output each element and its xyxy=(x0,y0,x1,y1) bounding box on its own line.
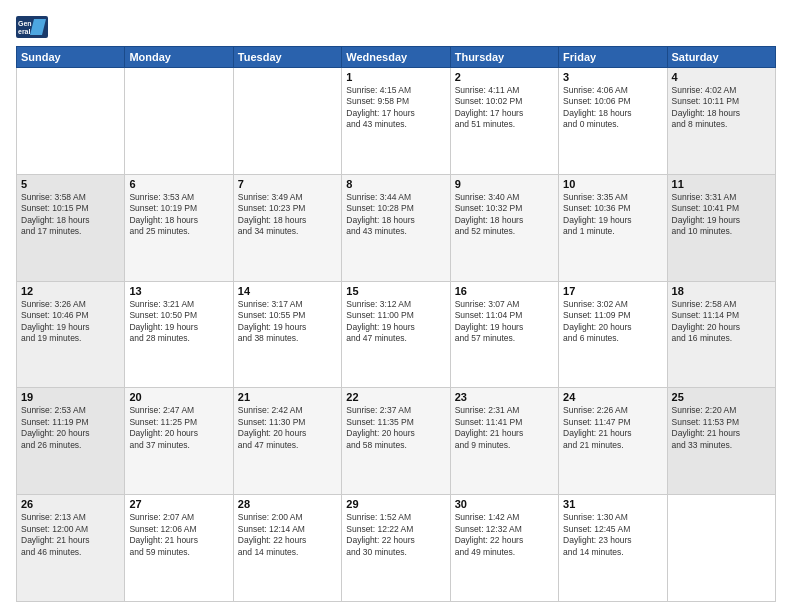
day-info: Sunrise: 4:06 AMSunset: 10:06 PMDaylight… xyxy=(563,85,662,131)
day-number: 22 xyxy=(346,391,445,403)
day-info: Sunrise: 2:31 AMSunset: 11:41 PMDaylight… xyxy=(455,405,554,451)
day-cell: 25Sunrise: 2:20 AMSunset: 11:53 PMDaylig… xyxy=(667,388,775,495)
day-number: 31 xyxy=(563,498,662,510)
calendar-table: SundayMondayTuesdayWednesdayThursdayFrid… xyxy=(16,46,776,602)
day-info: Sunrise: 4:02 AMSunset: 10:11 PMDaylight… xyxy=(672,85,771,131)
day-info: Sunrise: 2:53 AMSunset: 11:19 PMDaylight… xyxy=(21,405,120,451)
week-row-5: 26Sunrise: 2:13 AMSunset: 12:00 AMDaylig… xyxy=(17,495,776,602)
week-row-1: 1Sunrise: 4:15 AMSunset: 9:58 PMDaylight… xyxy=(17,68,776,175)
day-cell: 18Sunrise: 2:58 AMSunset: 11:14 PMDaylig… xyxy=(667,281,775,388)
weekday-header-row: SundayMondayTuesdayWednesdayThursdayFrid… xyxy=(17,47,776,68)
day-info: Sunrise: 2:42 AMSunset: 11:30 PMDaylight… xyxy=(238,405,337,451)
day-number: 21 xyxy=(238,391,337,403)
weekday-sunday: Sunday xyxy=(17,47,125,68)
day-number: 15 xyxy=(346,285,445,297)
day-number: 17 xyxy=(563,285,662,297)
day-info: Sunrise: 2:13 AMSunset: 12:00 AMDaylight… xyxy=(21,512,120,558)
weekday-saturday: Saturday xyxy=(667,47,775,68)
day-cell: 26Sunrise: 2:13 AMSunset: 12:00 AMDaylig… xyxy=(17,495,125,602)
day-cell: 20Sunrise: 2:47 AMSunset: 11:25 PMDaylig… xyxy=(125,388,233,495)
day-number: 18 xyxy=(672,285,771,297)
weekday-wednesday: Wednesday xyxy=(342,47,450,68)
svg-text:eral: eral xyxy=(18,28,31,35)
day-cell: 28Sunrise: 2:00 AMSunset: 12:14 AMDaylig… xyxy=(233,495,341,602)
day-number: 24 xyxy=(563,391,662,403)
day-number: 11 xyxy=(672,178,771,190)
day-info: Sunrise: 2:47 AMSunset: 11:25 PMDaylight… xyxy=(129,405,228,451)
day-cell: 30Sunrise: 1:42 AMSunset: 12:32 AMDaylig… xyxy=(450,495,558,602)
day-cell: 14Sunrise: 3:17 AMSunset: 10:55 PMDaylig… xyxy=(233,281,341,388)
day-cell: 3Sunrise: 4:06 AMSunset: 10:06 PMDayligh… xyxy=(559,68,667,175)
day-info: Sunrise: 3:26 AMSunset: 10:46 PMDaylight… xyxy=(21,299,120,345)
day-info: Sunrise: 2:00 AMSunset: 12:14 AMDaylight… xyxy=(238,512,337,558)
day-cell: 13Sunrise: 3:21 AMSunset: 10:50 PMDaylig… xyxy=(125,281,233,388)
day-cell: 12Sunrise: 3:26 AMSunset: 10:46 PMDaylig… xyxy=(17,281,125,388)
day-info: Sunrise: 1:52 AMSunset: 12:22 AMDaylight… xyxy=(346,512,445,558)
day-cell: 27Sunrise: 2:07 AMSunset: 12:06 AMDaylig… xyxy=(125,495,233,602)
day-number: 14 xyxy=(238,285,337,297)
day-info: Sunrise: 3:58 AMSunset: 10:15 PMDaylight… xyxy=(21,192,120,238)
day-info: Sunrise: 1:42 AMSunset: 12:32 AMDaylight… xyxy=(455,512,554,558)
day-cell: 29Sunrise: 1:52 AMSunset: 12:22 AMDaylig… xyxy=(342,495,450,602)
day-number: 8 xyxy=(346,178,445,190)
day-info: Sunrise: 3:12 AMSunset: 11:00 PMDaylight… xyxy=(346,299,445,345)
day-cell: 23Sunrise: 2:31 AMSunset: 11:41 PMDaylig… xyxy=(450,388,558,495)
day-cell: 15Sunrise: 3:12 AMSunset: 11:00 PMDaylig… xyxy=(342,281,450,388)
day-number: 30 xyxy=(455,498,554,510)
day-cell: 8Sunrise: 3:44 AMSunset: 10:28 PMDayligh… xyxy=(342,174,450,281)
day-cell: 19Sunrise: 2:53 AMSunset: 11:19 PMDaylig… xyxy=(17,388,125,495)
day-cell: 1Sunrise: 4:15 AMSunset: 9:58 PMDaylight… xyxy=(342,68,450,175)
day-info: Sunrise: 2:07 AMSunset: 12:06 AMDaylight… xyxy=(129,512,228,558)
day-info: Sunrise: 3:44 AMSunset: 10:28 PMDaylight… xyxy=(346,192,445,238)
day-info: Sunrise: 3:31 AMSunset: 10:41 PMDaylight… xyxy=(672,192,771,238)
day-number: 5 xyxy=(21,178,120,190)
day-info: Sunrise: 2:26 AMSunset: 11:47 PMDaylight… xyxy=(563,405,662,451)
weekday-thursday: Thursday xyxy=(450,47,558,68)
day-number: 4 xyxy=(672,71,771,83)
svg-text:Gen: Gen xyxy=(18,20,32,27)
day-number: 1 xyxy=(346,71,445,83)
day-info: Sunrise: 2:20 AMSunset: 11:53 PMDaylight… xyxy=(672,405,771,451)
day-cell xyxy=(17,68,125,175)
day-info: Sunrise: 3:07 AMSunset: 11:04 PMDaylight… xyxy=(455,299,554,345)
day-number: 2 xyxy=(455,71,554,83)
week-row-2: 5Sunrise: 3:58 AMSunset: 10:15 PMDayligh… xyxy=(17,174,776,281)
logo: Gen eral xyxy=(16,16,52,38)
weekday-friday: Friday xyxy=(559,47,667,68)
day-cell xyxy=(667,495,775,602)
day-info: Sunrise: 3:49 AMSunset: 10:23 PMDaylight… xyxy=(238,192,337,238)
day-number: 29 xyxy=(346,498,445,510)
day-cell: 11Sunrise: 3:31 AMSunset: 10:41 PMDaylig… xyxy=(667,174,775,281)
day-info: Sunrise: 3:02 AMSunset: 11:09 PMDaylight… xyxy=(563,299,662,345)
day-cell xyxy=(125,68,233,175)
day-number: 26 xyxy=(21,498,120,510)
week-row-3: 12Sunrise: 3:26 AMSunset: 10:46 PMDaylig… xyxy=(17,281,776,388)
day-cell: 17Sunrise: 3:02 AMSunset: 11:09 PMDaylig… xyxy=(559,281,667,388)
page: Gen eral SundayMondayTuesdayWednesdayThu… xyxy=(0,0,792,612)
day-info: Sunrise: 3:40 AMSunset: 10:32 PMDaylight… xyxy=(455,192,554,238)
day-cell: 24Sunrise: 2:26 AMSunset: 11:47 PMDaylig… xyxy=(559,388,667,495)
day-info: Sunrise: 1:30 AMSunset: 12:45 AMDaylight… xyxy=(563,512,662,558)
day-cell: 10Sunrise: 3:35 AMSunset: 10:36 PMDaylig… xyxy=(559,174,667,281)
day-cell: 21Sunrise: 2:42 AMSunset: 11:30 PMDaylig… xyxy=(233,388,341,495)
header: Gen eral xyxy=(16,16,776,38)
day-cell: 16Sunrise: 3:07 AMSunset: 11:04 PMDaylig… xyxy=(450,281,558,388)
day-cell: 4Sunrise: 4:02 AMSunset: 10:11 PMDayligh… xyxy=(667,68,775,175)
logo-icon: Gen eral xyxy=(16,16,48,38)
day-number: 25 xyxy=(672,391,771,403)
day-number: 28 xyxy=(238,498,337,510)
day-number: 16 xyxy=(455,285,554,297)
day-number: 12 xyxy=(21,285,120,297)
day-info: Sunrise: 2:37 AMSunset: 11:35 PMDaylight… xyxy=(346,405,445,451)
day-cell: 5Sunrise: 3:58 AMSunset: 10:15 PMDayligh… xyxy=(17,174,125,281)
day-cell: 7Sunrise: 3:49 AMSunset: 10:23 PMDayligh… xyxy=(233,174,341,281)
day-info: Sunrise: 3:35 AMSunset: 10:36 PMDaylight… xyxy=(563,192,662,238)
day-info: Sunrise: 3:21 AMSunset: 10:50 PMDaylight… xyxy=(129,299,228,345)
weekday-tuesday: Tuesday xyxy=(233,47,341,68)
day-number: 3 xyxy=(563,71,662,83)
day-number: 6 xyxy=(129,178,228,190)
day-cell: 2Sunrise: 4:11 AMSunset: 10:02 PMDayligh… xyxy=(450,68,558,175)
weekday-monday: Monday xyxy=(125,47,233,68)
day-number: 27 xyxy=(129,498,228,510)
day-number: 20 xyxy=(129,391,228,403)
